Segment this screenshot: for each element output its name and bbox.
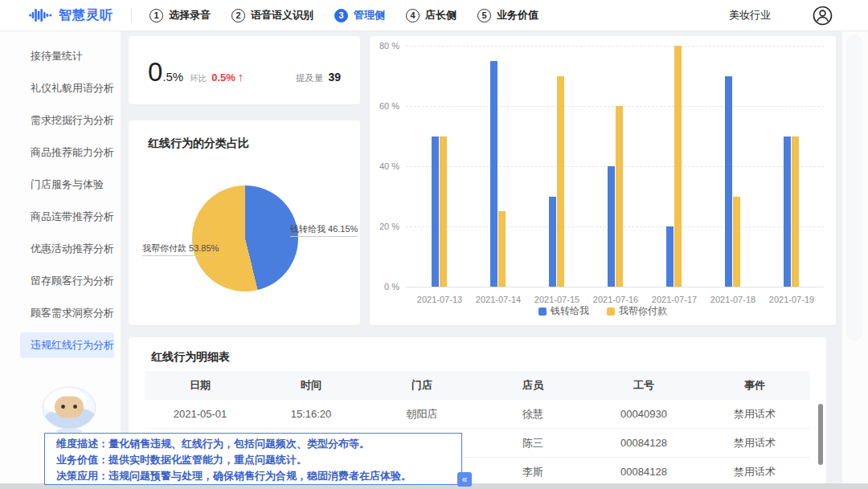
assistant-robot-mascot[interactable] [40, 386, 98, 438]
bar-chart-card: 80 %60 %40 %20 %0 %2021-07-132021-07-142… [370, 36, 836, 325]
y-axis-tick: 80 % [370, 41, 399, 51]
table-cell: 朝阳店 [366, 407, 477, 422]
sidebar-item-优惠活动推荐分析[interactable]: 优惠活动推荐分析 [0, 233, 121, 265]
step-语音语义识别[interactable]: 2语音语义识别 [231, 8, 313, 22]
table-cell: 00040930 [588, 408, 699, 420]
pie-card-title: 红线行为的分类占比 [148, 137, 249, 151]
legend-swatch [607, 308, 615, 316]
mention-value: 39 [328, 71, 341, 84]
table-cell: 15:16:20 [256, 408, 366, 420]
table-cell: 禁用话术 [699, 465, 810, 479]
step-number: 3 [334, 9, 348, 22]
window-scrollbar-thumb[interactable] [846, 35, 862, 340]
pie-label-left: 我帮你付款 53.85% [142, 242, 219, 256]
step-管理侧[interactable]: 3管理侧 [334, 8, 385, 22]
bar-我帮你付款-2021-07-17 [674, 46, 682, 287]
bar-钱转给我-2021-07-15 [549, 197, 556, 287]
x-axis-label: 2021-07-19 [755, 295, 828, 304]
compare-value: 0.5% [211, 71, 235, 84]
header: 智慧灵听 1选择录音2语音语义识别3管理侧4店长侧5业务价值 美妆行业 [0, 0, 868, 31]
table-cell: 李斯 [477, 465, 588, 479]
app-logo[interactable]: 智慧灵听 [29, 7, 113, 24]
bar-我帮你付款-2021-07-14 [498, 211, 506, 287]
column-header-时间: 时间 [256, 378, 366, 393]
sidebar-item-礼仪礼貌用语分析[interactable]: 礼仪礼貌用语分析 [0, 72, 121, 104]
tooltip-collapse-button[interactable]: « [457, 472, 472, 487]
legend-swatch [538, 308, 547, 316]
table-scrollbar-thumb[interactable] [818, 404, 823, 465]
table-row: 2021-05-0115:16:20朝阳店徐慧00040930禁用话术 [145, 400, 810, 429]
table-cell: 00084128 [588, 437, 699, 449]
sidebar-item-商品推荐能力分析[interactable]: 商品推荐能力分析 [0, 137, 121, 169]
mention-label: 提及量 [296, 72, 324, 84]
bar-我帮你付款-2021-07-15 [557, 76, 564, 287]
dimension-tooltip: 维度描述：量化销售违规、红线行为，包括问题频次、类型分布等。业务价值：提供实时数… [44, 433, 462, 485]
sidebar-item-违规红线行为分析[interactable]: 违规红线行为分析 [20, 332, 114, 358]
step-number: 5 [477, 9, 491, 22]
legend-item-钱转给我[interactable]: 钱转给我 [538, 304, 589, 318]
metric-card: 0 .5% 环比 0.5% ↑ 提及量 39 [129, 36, 360, 104]
sidebar-item-顾客需求洞察分析[interactable]: 顾客需求洞察分析 [0, 297, 121, 329]
header-right: 美妆行业 [729, 6, 868, 26]
pie-chart [192, 185, 298, 291]
y-axis-tick: 20 % [370, 222, 399, 231]
gridline-20 [406, 226, 824, 227]
table-cell: 禁用话术 [699, 436, 810, 450]
bar-钱转给我-2021-07-13 [432, 137, 439, 287]
logo-text: 智慧灵听 [59, 7, 113, 24]
column-header-事件: 事件 [699, 378, 810, 393]
sidebar-item-接待量统计[interactable]: 接待量统计 [0, 40, 121, 72]
bar-我帮你付款-2021-07-18 [733, 197, 740, 287]
table-header-row: 日期时间门店店员工号事件 [145, 371, 810, 400]
sidebar-item-留存顾客行为分析[interactable]: 留存顾客行为分析 [0, 265, 121, 297]
column-header-店员: 店员 [477, 378, 588, 393]
legend-label: 钱转给我 [551, 304, 589, 318]
step-业务价值[interactable]: 5业务价值 [477, 8, 538, 22]
compare-label: 环比 [190, 73, 207, 84]
table-title: 红线行为明细表 [151, 350, 230, 365]
bar-钱转给我-2021-07-19 [784, 137, 791, 287]
tooltip-line: 决策应用：违规问题预警与处理，确保销售行为合规，稳固消费者在店体验。 [56, 468, 461, 484]
metric-value-int: 0 [148, 57, 162, 88]
column-header-工号: 工号 [588, 378, 699, 393]
sidebar-item-门店服务与体验[interactable]: 门店服务与体验 [0, 169, 121, 201]
table-cell: 2021-05-01 [145, 408, 256, 420]
step-label: 选择录音 [169, 8, 211, 22]
bar-我帮你付款-2021-07-13 [440, 137, 447, 287]
step-number: 2 [231, 9, 245, 22]
bar-我帮你付款-2021-07-19 [792, 137, 799, 287]
metric-value-frac: .5% [162, 70, 183, 84]
y-axis-tick: 0 % [370, 282, 399, 291]
user-avatar-icon[interactable] [813, 6, 833, 26]
column-header-日期: 日期 [145, 378, 256, 393]
pie-chart-card: 红线行为的分类占比 钱转给我 46.15% 我帮你付款 53.85% [129, 120, 360, 325]
gridline-80 [406, 46, 824, 47]
y-axis-tick: 60 % [370, 101, 399, 111]
bar-钱转给我-2021-07-14 [490, 61, 497, 287]
step-label: 业务价值 [497, 8, 538, 22]
table-cell: 禁用话术 [699, 407, 810, 422]
sidebar-item-需求挖掘行为分析[interactable]: 需求挖掘行为分析 [0, 104, 121, 137]
column-header-门店: 门店 [366, 378, 477, 393]
table-cell: 00084128 [588, 466, 699, 478]
step-number: 4 [406, 9, 420, 22]
bar-钱转给我-2021-07-17 [666, 226, 674, 287]
step-nav: 1选择录音2语音语义识别3管理侧4店长侧5业务价值 [149, 8, 538, 22]
legend-item-我帮你付款[interactable]: 我帮你付款 [607, 304, 667, 318]
sidebar-item-商品连带推荐分析[interactable]: 商品连带推荐分析 [0, 201, 121, 233]
waveform-icon [29, 8, 53, 22]
tooltip-line: 维度描述：量化销售违规、红线行为，包括问题频次、类型分布等。 [56, 436, 461, 452]
gridline-60 [406, 106, 824, 107]
gridline-0 [406, 287, 824, 287]
step-店长侧[interactable]: 4店长侧 [406, 8, 457, 22]
step-label: 语音语义识别 [251, 8, 313, 22]
bar-钱转给我-2021-07-18 [725, 76, 732, 287]
bar-钱转给我-2021-07-16 [608, 166, 615, 287]
industry-label: 美妆行业 [729, 8, 771, 22]
legend-label: 我帮你付款 [619, 304, 667, 318]
window-scrollbar-track[interactable] [841, 0, 868, 489]
table-cell: 徐慧 [477, 407, 588, 422]
step-选择录音[interactable]: 1选择录音 [149, 8, 211, 22]
step-label: 管理侧 [354, 8, 385, 22]
bar-我帮你付款-2021-07-16 [616, 106, 623, 287]
